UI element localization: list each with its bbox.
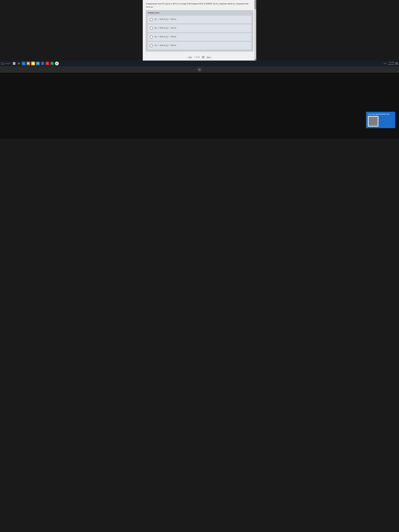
current-page: 7 — [194, 56, 195, 58]
multiple-choice-box: Multiple Choice Dx = +34.6 m, Dy = +20.0… — [146, 10, 253, 52]
promo-box: USE YOUR SMARTPHONE FOR — [366, 112, 395, 128]
svg-rect-0 — [13, 62, 14, 63]
svg-rect-11 — [28, 64, 28, 64]
taskbar-clock: 9:59 AM 10/22/2021 — [388, 61, 394, 65]
radio-option-2[interactable] — [150, 27, 153, 30]
of-label: of — [196, 56, 197, 58]
mail-icon[interactable] — [36, 62, 40, 65]
taskview-button[interactable] — [17, 62, 21, 65]
navigation-bar: ‹ Prev 7 of 15 Next › — [143, 54, 256, 61]
mc-label: Multiple Choice — [148, 12, 251, 14]
svg-rect-10 — [28, 63, 29, 63]
folder-icon[interactable] — [31, 62, 35, 65]
choice-text-1: Dx = +34.6 m, Dy = +20.0 m. — [155, 18, 177, 21]
file-icon[interactable] — [26, 62, 30, 65]
next-button[interactable]: Next › — [207, 56, 212, 58]
choice-text-4: Dx = −34.6 m, Dy = +20.0 m. — [155, 44, 177, 47]
question-area: A displacement vector D is given as 40.0… — [143, 0, 256, 54]
hp-logo-bar: hp — [0, 66, 399, 73]
taskbar-date: 10/22/2021 — [388, 63, 394, 65]
search-handle-icon — [3, 64, 4, 65]
taskbar-search: to search — [1, 62, 10, 65]
choice-text-2: Dx = +20.0 m, Dy = −34.6 m. — [155, 27, 177, 29]
svg-rect-7 — [19, 63, 20, 64]
start-button[interactable] — [12, 62, 16, 65]
list-item[interactable]: Dx = −34.6 m, Dy = +20.0 m. — [148, 42, 251, 50]
keyboard-area: USE YOUR SMARTPHONE FOR — [0, 73, 399, 139]
next-chevron-icon: › — [211, 56, 212, 58]
list-item[interactable]: Dx = +20.0 m, Dy = +34.6 m. — [148, 33, 251, 41]
svg-rect-5 — [19, 63, 20, 63]
next-label: Next — [207, 56, 210, 58]
search-circle-icon — [1, 62, 3, 65]
scroll-down-arrow[interactable]: ▼ — [254, 59, 256, 61]
qr-code — [368, 116, 378, 127]
hp-logo: hp — [197, 67, 202, 72]
scrollbar[interactable]: ▲ ▼ — [254, 0, 256, 61]
svg-rect-4 — [18, 63, 19, 63]
prev-chevron-icon: ‹ — [187, 56, 188, 58]
grid-icon[interactable] — [202, 56, 204, 58]
taskbar-search-label[interactable]: to search — [4, 62, 10, 64]
edge-icon[interactable]: e — [22, 62, 25, 65]
list-item[interactable]: Dx = +20.0 m, Dy = −34.6 m. — [148, 24, 251, 32]
radio-option-3[interactable] — [150, 36, 153, 38]
svg-rect-2 — [13, 63, 14, 65]
page-info: 7 of 15 — [194, 56, 200, 58]
total-pages: 15 — [198, 56, 200, 58]
promo-title: USE YOUR SMARTPHONE FOR — [368, 113, 393, 115]
taskbar-temperature: 62°F — [384, 63, 386, 64]
taskbar-icons: e S G — [12, 62, 59, 65]
radio-option-4[interactable] — [150, 44, 153, 47]
radio-option-1[interactable] — [150, 18, 153, 21]
red-app-icon[interactable]: S — [45, 62, 49, 65]
svg-rect-1 — [14, 62, 15, 63]
scrollbar-thumb[interactable] — [254, 1, 256, 9]
qr-pattern — [368, 117, 378, 126]
green-app-icon[interactable]: G — [50, 62, 54, 65]
svg-rect-6 — [18, 63, 19, 64]
notification-icon[interactable] — [395, 62, 398, 65]
taskbar-right: 62°F 9:59 AM 10/22/2021 — [384, 61, 398, 65]
chrome-icon[interactable] — [55, 62, 59, 65]
choice-text-3: Dx = +20.0 m, Dy = +34.6 m. — [155, 36, 177, 38]
svg-rect-3 — [14, 63, 15, 65]
taskbar: to search e — [0, 61, 399, 66]
prev-label: Prev — [189, 56, 192, 58]
prev-button[interactable]: ‹ Prev — [187, 56, 192, 58]
bookmark-icon[interactable] — [41, 62, 44, 65]
taskbar-time: 9:59 AM — [388, 61, 394, 63]
svg-text:G: G — [52, 63, 53, 64]
list-item[interactable]: Dx = +34.6 m, Dy = +20.0 m. — [148, 16, 251, 23]
question-text: A displacement vector D is given as 40.0… — [146, 2, 253, 8]
